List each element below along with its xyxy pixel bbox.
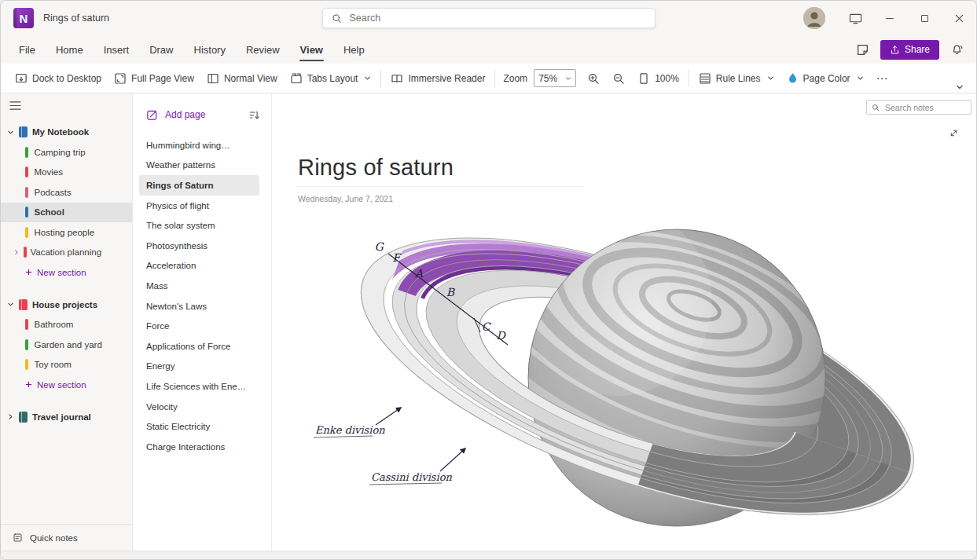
quick-notes-icon xyxy=(13,533,23,543)
sidebar-section-garden-and-yard[interactable]: Garden and yard xyxy=(1,335,132,355)
collapse-ribbon-button[interactable] xyxy=(951,83,968,91)
rule-lines-button[interactable]: Rule Lines xyxy=(692,67,780,90)
page-list-item[interactable]: Velocity xyxy=(139,397,259,417)
zoom-out-button[interactable] xyxy=(606,67,631,90)
notebook-house-projects[interactable]: House projects xyxy=(1,295,132,315)
normal-view-button[interactable]: Normal View xyxy=(200,67,284,90)
search-notes-box[interactable] xyxy=(866,100,971,115)
navigation-toggle-button[interactable] xyxy=(1,93,132,117)
ribbon-separator xyxy=(380,70,381,87)
tab-review[interactable]: Review xyxy=(236,35,290,64)
more-ribbon-options-button[interactable]: ⋯ xyxy=(870,67,895,90)
chevron-down-icon xyxy=(857,75,864,82)
sidebar-section-movies[interactable]: Movies xyxy=(1,163,132,183)
sticky-note-icon[interactable] xyxy=(856,43,869,57)
user-avatar[interactable] xyxy=(803,7,825,29)
page-list-item[interactable]: Applications of Force xyxy=(139,336,259,357)
quick-notes-button[interactable]: Quick notes xyxy=(1,524,132,551)
page-list-item[interactable]: Force xyxy=(139,316,259,336)
sidebar-section-toy-room[interactable]: Toy room xyxy=(1,355,132,375)
tab-file[interactable]: File xyxy=(9,35,46,64)
ribbon-separator xyxy=(494,70,495,87)
minimize-icon xyxy=(886,18,894,19)
sidebar-section-group-vacation-planning[interactable]: Vacation planning xyxy=(1,243,132,263)
chevron-down-icon xyxy=(956,83,964,91)
sidebar-section-bathroom[interactable]: Bathroom xyxy=(1,315,132,335)
page-list-item[interactable]: Mass xyxy=(139,276,259,296)
notebook-tree: My Notebook Camping trip Movies Podcasts… xyxy=(1,117,132,524)
search-notes-input[interactable] xyxy=(883,102,966,113)
dock-to-desktop-button[interactable]: Dock to Desktop xyxy=(9,67,108,90)
tab-history[interactable]: History xyxy=(184,35,236,64)
immersive-reader-button[interactable]: Immersive Reader xyxy=(384,67,491,90)
section-label: Vacation planning xyxy=(31,247,102,257)
tab-draw[interactable]: Draw xyxy=(139,35,183,64)
expand-page-button[interactable] xyxy=(949,128,959,138)
section-color-bar xyxy=(25,319,28,330)
zoom-value: 75% xyxy=(538,73,557,84)
sort-pages-button[interactable] xyxy=(249,110,260,120)
zoom-value-combobox[interactable]: 75% xyxy=(534,69,576,87)
page-list-item[interactable]: The solar system xyxy=(139,215,259,236)
global-search-input[interactable] xyxy=(348,12,646,24)
page-color-button[interactable]: Page Color xyxy=(780,67,870,90)
page-list-item[interactable]: Static Electricity xyxy=(139,416,259,437)
quick-notes-label: Quick notes xyxy=(30,533,78,543)
page-list-item[interactable]: Acceleration xyxy=(139,256,259,276)
search-icon xyxy=(332,13,342,24)
full-page-view-button[interactable]: Full Page View xyxy=(108,67,200,90)
add-page-icon xyxy=(146,109,158,121)
new-section-button[interactable]: New section xyxy=(1,375,132,395)
whats-new-bell-icon[interactable] xyxy=(950,43,964,57)
tabs-layout-button[interactable]: Tabs Layout xyxy=(284,67,378,90)
sidebar-section-camping-trip[interactable]: Camping trip xyxy=(1,142,132,163)
page-list-item[interactable]: Hummingbird wing… xyxy=(139,135,259,156)
expand-diagonal-icon xyxy=(949,128,959,138)
sidebar-section-school[interactable]: School xyxy=(1,203,132,223)
tab-view[interactable]: View xyxy=(290,35,333,64)
page-list-item[interactable]: Physics of flight xyxy=(139,196,259,216)
immersive-reader-icon xyxy=(391,72,403,85)
zoom-100-label: 100% xyxy=(655,73,679,84)
section-color-bar xyxy=(24,247,27,258)
rule-lines-label: Rule Lines xyxy=(716,73,761,84)
section-color-bar xyxy=(25,227,28,238)
zoom-out-icon xyxy=(612,72,625,85)
notebook-travel-journal[interactable]: Travel journal xyxy=(1,407,132,427)
close-button[interactable] xyxy=(942,1,976,35)
full-page-view-label: Full Page View xyxy=(131,73,194,84)
present-to-display-button[interactable] xyxy=(838,1,872,35)
page-list-item[interactable]: Energy xyxy=(139,357,259,377)
enke-arrow xyxy=(376,408,401,425)
full-page-view-icon xyxy=(114,72,127,85)
rule-lines-icon xyxy=(699,72,711,85)
page-canvas[interactable]: Rings of saturn Wednesday, June 7, 2021 xyxy=(272,93,976,551)
section-color-bar xyxy=(25,187,28,198)
page-list-item[interactable]: Weather patterns xyxy=(139,156,259,176)
page-title[interactable]: Rings of saturn xyxy=(298,155,583,181)
add-page-button[interactable]: Add page xyxy=(146,109,205,121)
ring-label-g: G xyxy=(374,240,384,253)
maximize-button[interactable] xyxy=(907,1,942,35)
tab-home[interactable]: Home xyxy=(46,35,94,64)
notebook-my-notebook[interactable]: My Notebook xyxy=(1,122,132,142)
page-list-item-selected[interactable]: Rings of Saturn xyxy=(139,175,259,196)
page-list-item[interactable]: Charge Interactions xyxy=(139,437,259,457)
zoom-100-button[interactable]: 100% xyxy=(631,67,685,90)
plus-icon xyxy=(25,269,32,276)
minimize-button[interactable] xyxy=(872,1,907,35)
share-button[interactable]: Share xyxy=(880,40,939,60)
tab-insert[interactable]: Insert xyxy=(94,35,140,64)
sidebar-section-hosting-people[interactable]: Hosting people xyxy=(1,222,132,243)
tab-help[interactable]: Help xyxy=(333,35,375,64)
new-section-button[interactable]: New section xyxy=(1,262,132,283)
global-search-box[interactable] xyxy=(322,8,656,28)
horizontal-scrollbar-track[interactable] xyxy=(1,551,976,560)
sidebar-section-podcasts[interactable]: Podcasts xyxy=(1,182,132,203)
notebook-icon xyxy=(19,412,28,423)
zoom-in-button[interactable] xyxy=(581,67,606,90)
page-list-item[interactable]: Photosynthesis xyxy=(139,236,259,256)
page-list-item[interactable]: Newton's Laws xyxy=(139,296,259,317)
page-list-item[interactable]: Life Sciences with Ene… xyxy=(139,376,259,397)
avatar-person-icon xyxy=(803,7,825,29)
